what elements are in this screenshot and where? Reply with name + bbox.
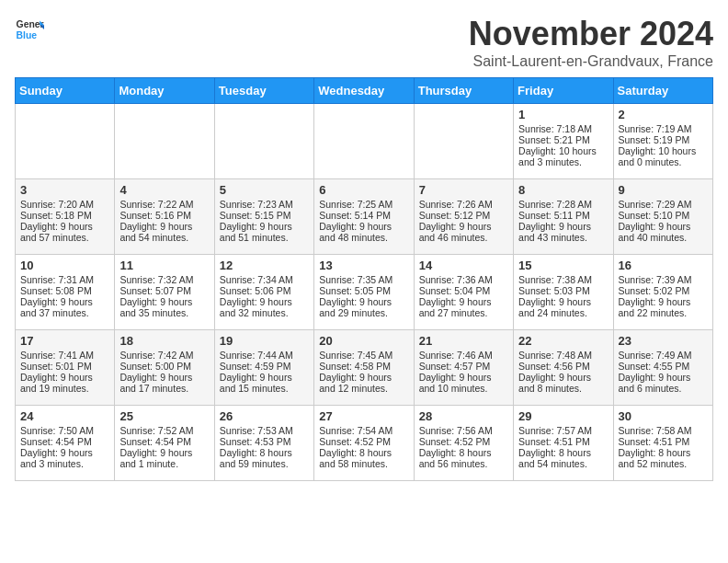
daylight-text: Daylight: 9 hours and 51 minutes. <box>220 221 292 243</box>
day-number: 26 <box>220 409 309 423</box>
calendar-cell: 1Sunrise: 7:18 AMSunset: 5:21 PMDaylight… <box>514 104 613 179</box>
calendar-week-row: 10Sunrise: 7:31 AMSunset: 5:08 PMDayligh… <box>16 255 713 330</box>
sunset-text: Sunset: 4:54 PM <box>20 436 92 447</box>
calendar-cell: 8Sunrise: 7:28 AMSunset: 5:11 PMDaylight… <box>514 179 613 255</box>
calendar-table: SundayMondayTuesdayWednesdayThursdayFrid… <box>15 77 713 481</box>
calendar-cell: 10Sunrise: 7:31 AMSunset: 5:08 PMDayligh… <box>16 255 115 330</box>
day-number: 19 <box>220 334 309 348</box>
column-header-monday: Monday <box>115 78 214 104</box>
calendar-cell <box>414 104 513 179</box>
daylight-text: Daylight: 10 hours and 0 minutes. <box>619 145 697 167</box>
month-title: November 2024 <box>469 15 713 53</box>
sunrise-text: Sunrise: 7:45 AM <box>319 350 392 361</box>
sunset-text: Sunset: 5:21 PM <box>518 134 590 145</box>
sunset-text: Sunset: 5:16 PM <box>119 210 191 221</box>
calendar-cell: 7Sunrise: 7:26 AMSunset: 5:12 PMDaylight… <box>414 179 513 255</box>
day-number: 13 <box>319 259 408 272</box>
sunset-text: Sunset: 4:56 PM <box>518 361 590 372</box>
sunset-text: Sunset: 4:53 PM <box>220 436 291 447</box>
sunset-text: Sunset: 4:52 PM <box>319 436 391 447</box>
calendar-cell: 15Sunrise: 7:38 AMSunset: 5:03 PMDayligh… <box>514 255 613 330</box>
sunset-text: Sunset: 4:51 PM <box>619 436 690 447</box>
sunset-text: Sunset: 5:01 PM <box>20 361 92 372</box>
daylight-text: Daylight: 8 hours and 54 minutes. <box>518 447 591 469</box>
sunset-text: Sunset: 5:03 PM <box>518 285 590 296</box>
day-number: 11 <box>119 259 209 272</box>
calendar-cell: 19Sunrise: 7:44 AMSunset: 4:59 PMDayligh… <box>214 330 313 406</box>
sunset-text: Sunset: 5:11 PM <box>518 210 590 221</box>
daylight-text: Daylight: 9 hours and 57 minutes. <box>20 221 93 243</box>
daylight-text: Daylight: 8 hours and 58 minutes. <box>319 447 392 469</box>
sunrise-text: Sunrise: 7:46 AM <box>419 350 493 361</box>
calendar-cell: 22Sunrise: 7:48 AMSunset: 4:56 PMDayligh… <box>514 330 613 406</box>
page-header: General Blue November 2024 Saint-Laurent… <box>15 15 713 70</box>
calendar-cell: 21Sunrise: 7:46 AMSunset: 4:57 PMDayligh… <box>414 330 513 406</box>
daylight-text: Daylight: 9 hours and 17 minutes. <box>119 372 192 394</box>
daylight-text: Daylight: 9 hours and 40 minutes. <box>619 221 691 243</box>
sunrise-text: Sunrise: 7:32 AM <box>119 274 193 285</box>
day-number: 8 <box>518 183 608 197</box>
sunrise-text: Sunrise: 7:48 AM <box>518 350 592 361</box>
sunrise-text: Sunrise: 7:56 AM <box>419 425 493 436</box>
day-number: 17 <box>20 334 109 348</box>
sunset-text: Sunset: 5:18 PM <box>20 210 92 221</box>
svg-text:Blue: Blue <box>17 30 38 40</box>
column-header-saturday: Saturday <box>613 78 712 104</box>
day-number: 3 <box>20 183 109 197</box>
sunrise-text: Sunrise: 7:29 AM <box>619 199 692 210</box>
calendar-cell <box>214 104 313 179</box>
sunrise-text: Sunrise: 7:49 AM <box>619 350 692 361</box>
sunset-text: Sunset: 4:52 PM <box>419 436 491 447</box>
daylight-text: Daylight: 9 hours and 37 minutes. <box>20 296 93 318</box>
sunrise-text: Sunrise: 7:39 AM <box>619 274 692 285</box>
day-number: 9 <box>619 183 708 197</box>
daylight-text: Daylight: 9 hours and 8 minutes. <box>518 372 591 394</box>
calendar-cell: 25Sunrise: 7:52 AMSunset: 4:54 PMDayligh… <box>115 406 214 481</box>
calendar-week-row: 1Sunrise: 7:18 AMSunset: 5:21 PMDaylight… <box>16 104 713 179</box>
daylight-text: Daylight: 8 hours and 52 minutes. <box>619 447 691 469</box>
day-number: 23 <box>619 334 708 348</box>
day-number: 15 <box>518 259 608 272</box>
calendar-cell: 24Sunrise: 7:50 AMSunset: 4:54 PMDayligh… <box>16 406 115 481</box>
sunset-text: Sunset: 4:59 PM <box>220 361 291 372</box>
sunset-text: Sunset: 4:58 PM <box>319 361 391 372</box>
day-number: 12 <box>220 259 309 272</box>
sunset-text: Sunset: 5:19 PM <box>619 134 690 145</box>
logo-icon: General Blue <box>15 15 44 44</box>
sunset-text: Sunset: 5:14 PM <box>319 210 391 221</box>
day-number: 25 <box>119 409 209 423</box>
calendar-cell <box>314 104 414 179</box>
calendar-cell: 13Sunrise: 7:35 AMSunset: 5:05 PMDayligh… <box>314 255 414 330</box>
calendar-cell: 4Sunrise: 7:22 AMSunset: 5:16 PMDaylight… <box>115 179 214 255</box>
calendar-week-row: 24Sunrise: 7:50 AMSunset: 4:54 PMDayligh… <box>16 406 713 481</box>
day-number: 27 <box>319 409 408 423</box>
calendar-cell: 14Sunrise: 7:36 AMSunset: 5:04 PMDayligh… <box>414 255 513 330</box>
sunset-text: Sunset: 4:55 PM <box>619 361 690 372</box>
day-number: 30 <box>619 409 708 423</box>
daylight-text: Daylight: 8 hours and 59 minutes. <box>220 447 292 469</box>
day-number: 1 <box>518 108 608 121</box>
sunrise-text: Sunrise: 7:38 AM <box>518 274 592 285</box>
sunrise-text: Sunrise: 7:18 AM <box>518 123 592 134</box>
daylight-text: Daylight: 10 hours and 3 minutes. <box>518 145 597 167</box>
day-number: 16 <box>619 259 708 272</box>
sunrise-text: Sunrise: 7:20 AM <box>20 199 94 210</box>
sunrise-text: Sunrise: 7:52 AM <box>119 425 193 436</box>
logo: General Blue <box>15 15 44 44</box>
sunrise-text: Sunrise: 7:22 AM <box>119 199 193 210</box>
calendar-cell <box>115 104 214 179</box>
column-header-tuesday: Tuesday <box>214 78 313 104</box>
day-number: 24 <box>20 409 109 423</box>
daylight-text: Daylight: 9 hours and 29 minutes. <box>319 296 392 318</box>
calendar-week-row: 17Sunrise: 7:41 AMSunset: 5:01 PMDayligh… <box>16 330 713 406</box>
day-number: 21 <box>419 334 508 348</box>
sunset-text: Sunset: 4:57 PM <box>419 361 491 372</box>
sunrise-text: Sunrise: 7:26 AM <box>419 199 493 210</box>
column-header-sunday: Sunday <box>16 78 115 104</box>
column-header-friday: Friday <box>514 78 613 104</box>
daylight-text: Daylight: 9 hours and 54 minutes. <box>119 221 192 243</box>
calendar-cell: 6Sunrise: 7:25 AMSunset: 5:14 PMDaylight… <box>314 179 414 255</box>
sunrise-text: Sunrise: 7:35 AM <box>319 274 392 285</box>
daylight-text: Daylight: 9 hours and 27 minutes. <box>419 296 492 318</box>
sunset-text: Sunset: 5:00 PM <box>119 361 191 372</box>
